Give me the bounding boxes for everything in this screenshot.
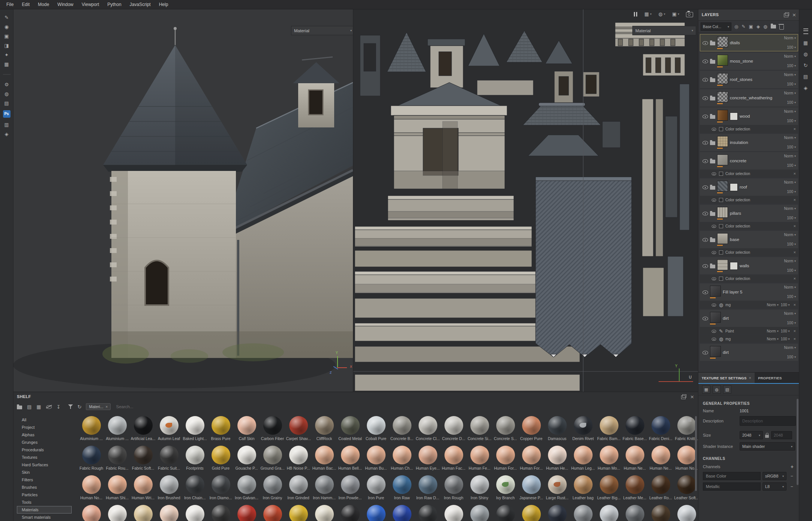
layer-row[interactable]: wallsNorm▾100▾ xyxy=(700,257,798,274)
material-item[interactable]: Fabric Rough xyxy=(78,446,104,475)
visibility-icon[interactable] xyxy=(702,237,708,242)
material-item[interactable]: Carbon Fiber xyxy=(260,416,285,446)
material-item[interactable]: Human Shi... xyxy=(104,475,130,505)
material-item[interactable]: Iron Galvan... xyxy=(234,475,260,505)
layer-effect-row[interactable]: Color selection× xyxy=(700,275,798,282)
visibility-icon[interactable] xyxy=(702,316,708,320)
sidebar-item-smart-materials[interactable]: Smart materials xyxy=(17,514,72,521)
menu-help[interactable]: Help xyxy=(155,0,173,9)
material-item[interactable] xyxy=(622,505,648,521)
remove-effect-icon[interactable]: × xyxy=(792,198,796,202)
material-item[interactable]: Fabric Base... xyxy=(622,416,648,446)
opacity-dropdown[interactable]: 100▾ xyxy=(787,355,796,359)
blend-mode-dropdown[interactable]: Norm▾ xyxy=(784,109,796,114)
layer-row[interactable]: concreteNorm▾100▾ xyxy=(700,152,798,169)
material-item[interactable]: Leather Soft... xyxy=(674,475,698,505)
description-input[interactable] xyxy=(740,416,796,426)
layer-effect-row[interactable]: Color selection× xyxy=(700,196,798,204)
opacity-dropdown[interactable]: 100▾ xyxy=(781,337,790,341)
blend-mode-dropdown[interactable]: Norm▾ xyxy=(784,285,796,289)
sidebar-item-hard-surfaces[interactable]: Hard Surfaces xyxy=(17,461,72,469)
blend-mode-dropdown[interactable]: Norm▾ xyxy=(784,346,796,350)
material-item[interactable]: Concrete Si... xyxy=(467,416,492,446)
sidebar-item-textures[interactable]: Textures xyxy=(17,454,72,461)
material-item[interactable]: Human Leg... xyxy=(570,446,596,475)
checkbox[interactable] xyxy=(719,224,723,228)
dock-shader-icon[interactable]: ◍ xyxy=(803,52,807,57)
remove-effect-icon[interactable]: × xyxy=(792,224,796,228)
material-item[interactable]: Human Eye... xyxy=(415,446,441,475)
menu-python[interactable]: Python xyxy=(103,0,125,9)
visibility-icon[interactable] xyxy=(702,59,708,63)
add-paint-layer-icon[interactable]: ✎ xyxy=(741,24,745,30)
material-item[interactable]: Iron Diamo... xyxy=(208,475,234,505)
opacity-dropdown[interactable]: 100▾ xyxy=(787,295,796,299)
layer-row[interactable]: insulationNorm▾100▾ xyxy=(700,134,798,151)
blend-mode-dropdown[interactable]: Norm▾ xyxy=(784,233,796,237)
pick-color-icon[interactable]: ◎ xyxy=(734,24,738,30)
material-item[interactable]: Human Ch... xyxy=(389,446,415,475)
add-resource-icon[interactable] xyxy=(17,406,22,409)
material-item[interactable]: Human Ne... xyxy=(648,446,674,475)
material-item[interactable]: Human For... xyxy=(518,446,544,475)
material-item[interactable]: Human No... xyxy=(674,446,698,475)
material-item[interactable] xyxy=(311,505,337,521)
layer-effect-row[interactable]: Color selection× xyxy=(700,249,798,256)
blend-mode-dropdown[interactable]: Norm▾ xyxy=(767,329,778,333)
material-mode-icon[interactable]: ◍▾ xyxy=(658,12,665,16)
visibility-icon[interactable] xyxy=(702,350,708,355)
material-item[interactable]: Concrete D... xyxy=(441,416,467,446)
remove-effect-icon[interactable]: × xyxy=(792,250,796,255)
search-input[interactable] xyxy=(115,404,274,409)
material-item[interactable]: Fabric Knitt... xyxy=(674,416,698,446)
material-item[interactable] xyxy=(648,505,674,521)
material-item[interactable]: Leather Ro... xyxy=(648,475,674,505)
visibility-icon[interactable] xyxy=(702,96,708,100)
eraser-tool-icon[interactable]: ◉ xyxy=(5,24,9,29)
opacity-dropdown[interactable]: 100▾ xyxy=(787,119,796,123)
material-item[interactable] xyxy=(208,505,234,521)
material-item[interactable]: Iron Grinded xyxy=(285,475,311,505)
size-dropdown[interactable]: 2048 ▾ xyxy=(740,431,763,439)
visibility-icon[interactable] xyxy=(702,77,708,82)
sidebar-item-tools[interactable]: Tools xyxy=(17,499,72,506)
visibility-icon[interactable] xyxy=(712,277,716,280)
visibility-icon[interactable] xyxy=(712,303,716,307)
material-item[interactable] xyxy=(104,505,130,521)
blend-mode-dropdown[interactable]: Norm▾ xyxy=(784,259,796,263)
material-item[interactable]: CliffRock xyxy=(311,416,337,446)
dock-display-icon[interactable]: ▦ xyxy=(803,40,808,45)
material-item[interactable]: Human Wri... xyxy=(130,475,156,505)
dock-plugins-icon[interactable]: ◈ xyxy=(804,85,807,90)
material-item[interactable]: Baked Light... xyxy=(182,416,208,446)
sidebar-item-filters[interactable]: Filters xyxy=(17,476,72,484)
visibility-icon[interactable] xyxy=(702,263,708,268)
material-item[interactable]: Gouache P... xyxy=(234,446,260,475)
material-item[interactable]: Damascus xyxy=(544,416,570,446)
hide-resources-icon[interactable] xyxy=(46,404,52,409)
blend-mode-dropdown[interactable]: Norm▾ xyxy=(784,54,796,58)
opacity-dropdown[interactable]: 100▾ xyxy=(787,100,796,105)
mesh-map-icon[interactable]: ▧ xyxy=(723,385,731,394)
blend-mode-dropdown[interactable]: Norm▾ xyxy=(784,154,796,158)
sidebar-item-particles[interactable]: Particles xyxy=(17,491,72,499)
shader-instance-dropdown[interactable]: Main shader ▾ xyxy=(740,442,795,451)
dock-menu-icon[interactable] xyxy=(803,28,808,34)
layer-channel-dropdown[interactable]: Base Col... ▾ xyxy=(701,22,731,31)
menu-window[interactable]: Window xyxy=(53,0,78,9)
material-item[interactable]: Leather Big... xyxy=(596,475,622,505)
opacity-dropdown[interactable]: 100▾ xyxy=(787,321,796,325)
blend-mode-dropdown[interactable]: Norm▾ xyxy=(767,337,778,341)
name-value[interactable]: 1001 xyxy=(740,409,749,413)
filter-icon[interactable] xyxy=(68,404,73,409)
visibility-icon[interactable] xyxy=(702,140,708,145)
visibility-icon[interactable] xyxy=(712,337,716,341)
plugins-icon[interactable]: ◈ xyxy=(5,132,9,136)
grid-view-icon[interactable]: ▦ xyxy=(687,417,692,422)
blend-mode-dropdown[interactable]: Norm▾ xyxy=(784,180,796,184)
material-item[interactable]: Concrete B... xyxy=(389,416,415,446)
material-item[interactable]: Concrete Cl... xyxy=(415,416,441,446)
layer-effect-row[interactable]: Color selection× xyxy=(700,170,798,177)
sidebar-item-grunges[interactable]: Grunges xyxy=(17,439,72,446)
layer-effect-row[interactable]: Color selection× xyxy=(700,222,798,230)
